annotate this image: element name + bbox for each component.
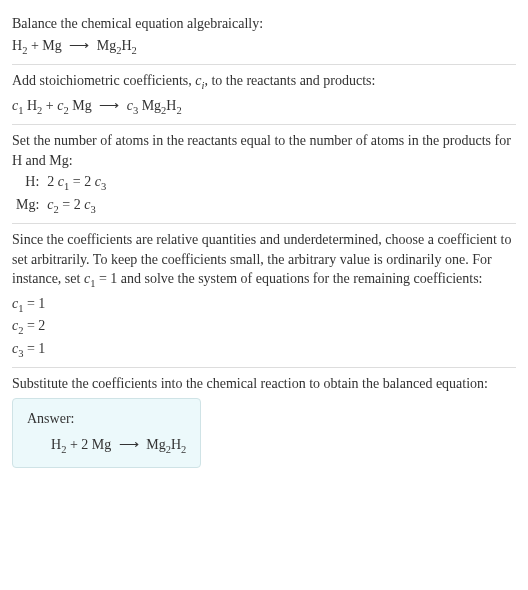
sub2: 2 — [181, 443, 186, 454]
coefficient-equation: c1 H2 + c2 Mg ⟶ c3 Mg2H2 — [12, 96, 516, 118]
atom-balance-instruction: Set the number of atoms in the reactants… — [12, 131, 516, 170]
row-h: H: 2 c1 = 2 c3 — [12, 172, 110, 194]
subscript-2: 2 — [132, 44, 137, 55]
product-h: H — [121, 38, 131, 53]
unbalanced-equation: H2 + Mg ⟶ Mg2H2 — [12, 36, 516, 58]
row-mg-eq: c2 = 2 c3 — [43, 195, 110, 217]
instr-b: = 1 and solve the system of equations fo… — [95, 271, 482, 286]
row-mg: Mg: c2 = 2 c3 — [12, 195, 110, 217]
row-h-eq: 2 c1 = 2 c3 — [43, 172, 110, 194]
equals: = 2 — [59, 197, 84, 212]
prod-mg: Mg — [138, 98, 161, 113]
val: = 2 — [23, 318, 45, 333]
mg: Mg — [69, 98, 95, 113]
substitute-instruction: Substitute the coefficients into the che… — [12, 374, 516, 394]
prod-h: H — [171, 437, 181, 452]
instr-part-b: , to the reactants and products: — [204, 73, 375, 88]
balanced-equation: H2 + 2 Mg ⟶ Mg2H2 — [27, 435, 186, 457]
reaction-arrow: ⟶ — [115, 437, 143, 452]
sub2: 2 — [176, 104, 181, 115]
row-h-label: H: — [12, 172, 43, 194]
step-atom-balance: Set the number of atoms in the reactants… — [12, 125, 516, 224]
balance-instruction: Balance the chemical equation algebraica… — [12, 14, 516, 34]
reactant-h2: H — [12, 38, 22, 53]
solution-c1: c1 = 1 — [12, 294, 516, 316]
row-mg-label: Mg: — [12, 195, 43, 217]
plus: + — [42, 98, 57, 113]
answer-box: Answer: H2 + 2 Mg ⟶ Mg2H2 — [12, 398, 201, 468]
solve-instruction: Since the coefficients are relative quan… — [12, 230, 516, 292]
two: 2 — [47, 174, 58, 189]
product-mg: Mg — [93, 38, 116, 53]
val: = 1 — [23, 341, 45, 356]
step-balance-intro: Balance the chemical equation algebraica… — [12, 8, 516, 65]
h2: H — [51, 437, 61, 452]
h2: H — [23, 98, 37, 113]
prod-h: H — [166, 98, 176, 113]
balance-system: H: 2 c1 = 2 c3 Mg: c2 = 2 c3 — [12, 172, 110, 217]
answer-label: Answer: — [27, 409, 186, 429]
step-substitute: Substitute the coefficients into the che… — [12, 368, 516, 474]
c3-sub: 3 — [101, 181, 106, 192]
equals: = 2 — [69, 174, 94, 189]
mid: + 2 Mg — [66, 437, 114, 452]
reaction-arrow: ⟶ — [95, 98, 123, 113]
plus-mg: + Mg — [27, 38, 65, 53]
prod-mg: Mg — [143, 437, 166, 452]
step-add-coefficients: Add stoichiometric coefficients, ci, to … — [12, 65, 516, 125]
solution-c3: c3 = 1 — [12, 339, 516, 361]
val: = 1 — [23, 296, 45, 311]
c3-sub: 3 — [90, 204, 95, 215]
step-solve: Since the coefficients are relative quan… — [12, 224, 516, 368]
solution-c2: c2 = 2 — [12, 316, 516, 338]
reaction-arrow: ⟶ — [65, 38, 93, 53]
instr-part-a: Add stoichiometric coefficients, — [12, 73, 195, 88]
coefficients-instruction: Add stoichiometric coefficients, ci, to … — [12, 71, 516, 93]
